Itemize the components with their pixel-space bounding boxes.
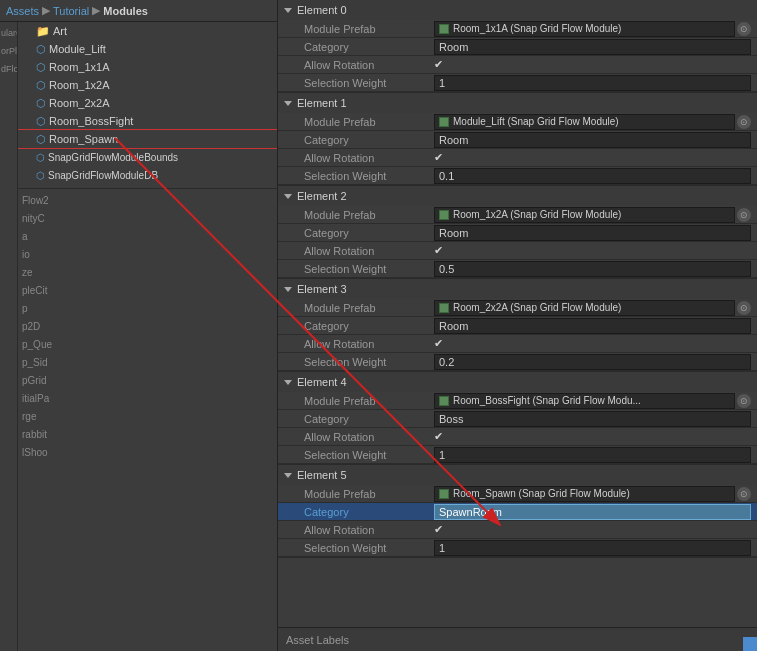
tree-item-extra[interactable]: ze bbox=[18, 263, 277, 281]
prop-label-allow-rotation: Allow Rotation bbox=[284, 524, 434, 536]
selection-weight-value[interactable]: 0.1 bbox=[434, 168, 751, 184]
selection-weight-text: 1 bbox=[439, 77, 445, 89]
prop-label-selection-weight: Selection Weight bbox=[284, 170, 434, 182]
module-prefab-value[interactable]: Room_Spawn (Snap Grid Flow Module) bbox=[434, 486, 735, 502]
tree-item-snapgrid-bounds[interactable]: ⬡ SnapGridFlowModuleBounds bbox=[18, 148, 277, 166]
element-1-triangle bbox=[284, 101, 292, 106]
info-icon[interactable]: ⊙ bbox=[737, 208, 751, 222]
module-prefab-value[interactable]: Module_Lift (Snap Grid Flow Module) bbox=[434, 114, 735, 130]
module-prefab-value[interactable]: Room_BossFight (Snap Grid Flow Modu... bbox=[434, 393, 735, 409]
tree-item-room-2x2a[interactable]: ⬡ Room_2x2A bbox=[18, 94, 277, 112]
module-prefab-value[interactable]: Room_2x2A (Snap Grid Flow Module) bbox=[434, 300, 735, 316]
breadcrumb-tutorial[interactable]: Tutorial bbox=[53, 5, 89, 17]
tree-item-snapgrid-db[interactable]: ⬡ SnapGridFlowModuleDB bbox=[18, 166, 277, 184]
category-value: Room bbox=[434, 132, 751, 148]
element-0-header[interactable]: Element 0 bbox=[278, 0, 757, 20]
tree-item-extra[interactable]: pleCit bbox=[18, 281, 277, 299]
element-1-header[interactable]: Element 1 bbox=[278, 93, 757, 113]
allow-rotation-check[interactable]: ✔ bbox=[434, 151, 443, 164]
prop-value: ✔ bbox=[434, 523, 751, 536]
module-icon bbox=[439, 303, 449, 313]
prop-label-allow-rotation: Allow Rotation bbox=[284, 431, 434, 443]
tree-item-extra[interactable]: p_Sid bbox=[18, 353, 277, 371]
element-0-label: Element 0 bbox=[297, 4, 347, 16]
element-4-label: Element 4 bbox=[297, 376, 347, 388]
element-4-header[interactable]: Element 4 bbox=[278, 372, 757, 392]
element-3-block: Element 3 Module Prefab Room_2x2A (Snap … bbox=[278, 279, 757, 372]
selection-weight-value[interactable]: 1 bbox=[434, 75, 751, 91]
module-prefab-value[interactable]: Room_1x2A (Snap Grid Flow Module) bbox=[434, 207, 735, 223]
element-2-header[interactable]: Element 2 bbox=[278, 186, 757, 206]
tree-item-extra[interactable]: a bbox=[18, 227, 277, 245]
info-icon[interactable]: ⊙ bbox=[737, 115, 751, 129]
selection-weight-text: 1 bbox=[439, 542, 445, 554]
selection-weight-text: 0.2 bbox=[439, 356, 454, 368]
element-5-header[interactable]: Element 5 bbox=[278, 465, 757, 485]
selection-weight-text: 1 bbox=[439, 449, 445, 461]
info-icon[interactable]: ⊙ bbox=[737, 394, 751, 408]
module-icon bbox=[439, 117, 449, 127]
allow-rotation-check[interactable]: ✔ bbox=[434, 523, 443, 536]
allow-rotation-check[interactable]: ✔ bbox=[434, 244, 443, 257]
tree-item-extra[interactable]: p2D bbox=[18, 317, 277, 335]
allow-rotation-check[interactable]: ✔ bbox=[434, 430, 443, 443]
tree-item-room-1x1a[interactable]: ⬡ Room_1x1A bbox=[18, 58, 277, 76]
prefab-icon: ⬡ bbox=[36, 61, 46, 74]
tree-item-room-spawn[interactable]: ⬡ Room_Spawn bbox=[18, 130, 277, 148]
element-4-allow-rotation-row: Allow Rotation ✔ bbox=[278, 428, 757, 446]
tree-item-extra[interactable]: p_Que bbox=[18, 335, 277, 353]
tree-item-extra[interactable]: rabbit bbox=[18, 425, 277, 443]
selection-weight-value[interactable]: 0.2 bbox=[434, 354, 751, 370]
prop-value: Room_1x2A (Snap Grid Flow Module) ⊙ bbox=[434, 207, 751, 223]
prefab-icon: ⬡ bbox=[36, 43, 46, 56]
inspector-scroll[interactable]: Element 0 Module Prefab Room_1x1A (Snap … bbox=[278, 0, 757, 627]
element-0-triangle bbox=[284, 8, 292, 13]
tree-item-label: SnapGridFlowModuleBounds bbox=[48, 152, 178, 163]
tree-item-extra[interactable]: p bbox=[18, 299, 277, 317]
element-2-block: Element 2 Module Prefab Room_1x2A (Snap … bbox=[278, 186, 757, 279]
tree-item-extra[interactable]: rge bbox=[18, 407, 277, 425]
category-input[interactable] bbox=[434, 504, 751, 520]
module-prefab-value[interactable]: Room_1x1A (Snap Grid Flow Module) bbox=[434, 21, 735, 37]
selection-weight-value[interactable]: 1 bbox=[434, 540, 751, 556]
prop-value: ✔ bbox=[434, 337, 751, 350]
breadcrumb: Assets ▶ Tutorial ▶ Modules bbox=[0, 0, 277, 22]
selection-weight-value[interactable]: 0.5 bbox=[434, 261, 751, 277]
element-3-header[interactable]: Element 3 bbox=[278, 279, 757, 299]
allow-rotation-check[interactable]: ✔ bbox=[434, 337, 443, 350]
prop-value: Room_BossFight (Snap Grid Flow Modu... ⊙ bbox=[434, 393, 751, 409]
element-4-block: Element 4 Module Prefab Room_BossFight (… bbox=[278, 372, 757, 465]
allow-rotation-check[interactable]: ✔ bbox=[434, 58, 443, 71]
tree-item-extra[interactable]: itialPa bbox=[18, 389, 277, 407]
prefab-icon: ⬡ bbox=[36, 79, 46, 92]
info-icon[interactable]: ⊙ bbox=[737, 22, 751, 36]
info-icon[interactable]: ⊙ bbox=[737, 301, 751, 315]
tree-item-module-lift[interactable]: ⬡ Module_Lift bbox=[18, 40, 277, 58]
asset-tree: 📁 Art ⬡ Module_Lift ⬡ Room_1x1A ⬡ Room_1… bbox=[18, 22, 277, 651]
element-5-allow-rotation-row: Allow Rotation ✔ bbox=[278, 521, 757, 539]
tree-item-room-bossfight[interactable]: ⬡ Room_BossFight bbox=[18, 112, 277, 130]
prop-value: ✔ bbox=[434, 430, 751, 443]
bottom-right-indicator bbox=[743, 637, 757, 651]
element-3-label: Element 3 bbox=[297, 283, 347, 295]
tree-item-extra[interactable]: lShoo bbox=[18, 443, 277, 461]
selection-weight-value[interactable]: 1 bbox=[434, 447, 751, 463]
element-4-module-prefab-row: Module Prefab Room_BossFight (Snap Grid … bbox=[278, 392, 757, 410]
tree-item-extra[interactable]: Flow2 bbox=[18, 191, 277, 209]
tree-item-art[interactable]: 📁 Art bbox=[18, 22, 277, 40]
prop-value: 0.1 bbox=[434, 168, 751, 184]
prefab-icon: ⬡ bbox=[36, 152, 45, 163]
prop-label-category: Category bbox=[284, 227, 434, 239]
prefab-icon: ⬡ bbox=[36, 133, 46, 146]
element-3-selection-weight-row: Selection Weight 0.2 bbox=[278, 353, 757, 371]
element-3-category-row: Category Room bbox=[278, 317, 757, 335]
breadcrumb-assets[interactable]: Assets bbox=[6, 5, 39, 17]
info-icon[interactable]: ⊙ bbox=[737, 487, 751, 501]
tree-item-extra[interactable]: pGrid bbox=[18, 371, 277, 389]
prop-label-selection-weight: Selection Weight bbox=[284, 263, 434, 275]
module-icon bbox=[439, 489, 449, 499]
tree-item-room-1x2a[interactable]: ⬡ Room_1x2A bbox=[18, 76, 277, 94]
left-edge-item: dFlow bbox=[0, 60, 17, 78]
tree-item-extra[interactable]: io bbox=[18, 245, 277, 263]
tree-item-extra[interactable]: nityC bbox=[18, 209, 277, 227]
